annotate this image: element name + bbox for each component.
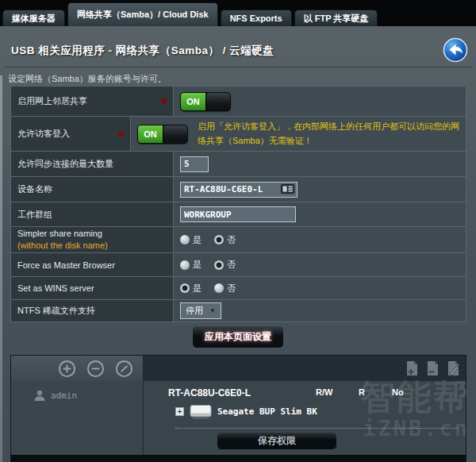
edit-user-icon[interactable] (115, 360, 133, 378)
guest-login-warning: 启用「允许访客登入」，在内部网络上的任何用户都可以访问您的网络共享（Samba）… (198, 120, 459, 148)
label-text: 工作群组 (17, 209, 52, 221)
wins-server-radio-yes[interactable]: 是 (180, 283, 202, 295)
user-list-item-admin[interactable]: admin (11, 387, 143, 404)
neighborhood-share-toggle[interactable]: ON (180, 92, 231, 111)
form-label-cell: Force as Master Browser (11, 253, 174, 276)
radio-label: 否 (227, 283, 236, 295)
radio-checked-icon (214, 235, 224, 244)
panel-left-edge (0, 75, 2, 462)
ntfs-sparse-select[interactable]: 停用 ▼ (180, 302, 221, 319)
tab-bar: 媒体服务器 网络共享（Samba）/ Cloud Disk NFS Export… (0, 0, 476, 26)
radio-label: 是 (193, 259, 202, 271)
required-dot-icon (118, 131, 124, 137)
edit-permission-icon[interactable] (446, 360, 461, 377)
toggle-on-label: ON (138, 125, 163, 143)
row-device-name: 设备名称 (11, 177, 466, 202)
save-permissions-button[interactable]: 保存权限 (217, 432, 337, 450)
permissions-section: admin RT-AC88U-C6E0-L R/W R No + Seagate… (10, 355, 466, 462)
toggle-knob (205, 93, 230, 110)
simpler-naming-radio-group: 是 否 (180, 234, 236, 246)
radio-checked-icon (180, 283, 190, 293)
user-list: admin (11, 381, 144, 455)
content-panel: USB 相关应用程序 - 网络共享（Samba） / 云端硬盘 设定网络（Sam… (0, 26, 476, 462)
workgroup-input[interactable] (180, 206, 296, 222)
back-button[interactable] (443, 37, 468, 63)
master-browser-radio-group: 是 否 (180, 259, 236, 271)
user-name: admin (51, 391, 77, 401)
apply-button[interactable]: 应用本页面设置 (192, 325, 284, 348)
row-guest-login: 允许访客登入 ON 启用「允许访客登入」，在内部网络上的任何用户都可以访问您的网… (11, 117, 466, 152)
add-folder-permission-icon[interactable] (405, 360, 420, 377)
user-icon (33, 389, 46, 402)
form-label-cell: 允许同步连接的最大数量 (11, 152, 174, 176)
master-browser-radio-no[interactable]: 否 (214, 259, 236, 271)
simpler-naming-radio-no[interactable]: 否 (214, 234, 236, 246)
radio-icon (180, 235, 190, 244)
share-tree-panel: RT-AC88U-C6E0-L R/W R No + Seagate BUP S… (144, 381, 466, 455)
user-actions-bar (11, 356, 144, 381)
row-master-browser: Force as Master Browser 是 否 (11, 253, 466, 277)
radio-icon (214, 283, 224, 293)
tab-media-server[interactable]: 媒体服务器 (2, 10, 65, 26)
row-wins-server: Set as WINS server 是 否 (11, 277, 466, 300)
form-label-cell: 启用网上邻居共享 (11, 87, 174, 116)
row-max-connections: 允许同步连接的最大数量 (11, 152, 466, 177)
column-header-rw: R/W (316, 387, 332, 397)
column-header-r: R (359, 387, 365, 397)
radio-label: 否 (227, 234, 236, 246)
form-label-cell: 工作群组 (11, 202, 174, 226)
row-neighborhood-share: 启用网上邻居共享 ON (11, 87, 466, 117)
wins-server-radio-no[interactable]: 否 (214, 283, 236, 295)
select-value: 停用 (186, 305, 203, 317)
drive-tree-item[interactable]: + Seagate BUP Slim BK (175, 403, 317, 419)
separator-dotted (175, 428, 458, 429)
form-label-cell: 设备名称 (11, 177, 174, 202)
toggle-on-label: ON (181, 93, 205, 110)
label-text: 启用网上邻居共享 (17, 95, 87, 107)
guest-login-toggle[interactable]: ON (137, 125, 188, 144)
page-description: 设定网络（Samba）服务的账号与许可。 (8, 73, 167, 85)
label-text: Force as Master Browser (17, 260, 115, 270)
add-user-icon[interactable] (58, 360, 76, 378)
form-label-cell: 允许访客登入 (11, 117, 131, 151)
remove-user-icon[interactable] (86, 360, 105, 378)
chevron-down-icon: ▼ (209, 307, 216, 314)
title-divider (5, 67, 471, 68)
wins-server-radio-group: 是 否 (180, 283, 236, 295)
settings-form: 启用网上邻居共享 ON 允许访客登入 ON 启用「允许访客登入」，在内 (10, 86, 466, 322)
keyboard-icon[interactable] (281, 184, 294, 194)
remove-folder-permission-icon[interactable] (425, 360, 440, 377)
device-name-input[interactable] (180, 182, 298, 198)
label-text: Simpler share naming (17, 229, 102, 238)
share-actions-bar (144, 356, 466, 381)
label-text: NTFS 稀疏文件支持 (17, 305, 95, 317)
simpler-naming-radio-yes[interactable]: 是 (180, 234, 202, 246)
permissions-header (11, 356, 466, 381)
toggle-knob (163, 125, 187, 143)
share-device-name: RT-AC88U-C6E0-L (168, 387, 251, 398)
required-dot-icon (161, 98, 167, 104)
row-simpler-naming: Simpler share naming (without the disk n… (11, 227, 466, 253)
row-ntfs-sparse: NTFS 稀疏文件支持 停用 ▼ (11, 300, 466, 322)
tab-samba-cloud-disk[interactable]: 网络共享（Samba）/ Cloud Disk (67, 2, 218, 26)
tree-expander-icon[interactable]: + (175, 407, 184, 416)
radio-icon (180, 260, 190, 270)
tab-nfs-exports[interactable]: NFS Exports (221, 10, 292, 26)
form-label-cell: NTFS 稀疏文件支持 (11, 300, 174, 321)
label-text: 允许访客登入 (17, 128, 70, 140)
column-header-no: No (392, 387, 404, 397)
row-workgroup: 工作群组 (11, 202, 466, 227)
table-footer (11, 455, 466, 462)
drive-name: Seagate BUP Slim BK (217, 406, 317, 417)
form-label-cell: Simpler share naming (without the disk n… (11, 227, 174, 252)
label-subtext: (without the disk name) (17, 241, 108, 250)
form-label-cell: Set as WINS server (11, 277, 174, 299)
radio-label: 是 (193, 283, 202, 295)
master-browser-radio-yes[interactable]: 是 (180, 259, 202, 271)
tab-ftp-share[interactable]: 以 FTP 共享硬盘 (294, 10, 378, 26)
page-title: USB 相关应用程序 - 网络共享（Samba） / 云端硬盘 (11, 44, 274, 58)
radio-label: 是 (193, 234, 202, 246)
label-text: 设备名称 (17, 183, 52, 195)
back-arrow-icon (443, 37, 468, 63)
max-connections-input[interactable] (180, 156, 209, 172)
